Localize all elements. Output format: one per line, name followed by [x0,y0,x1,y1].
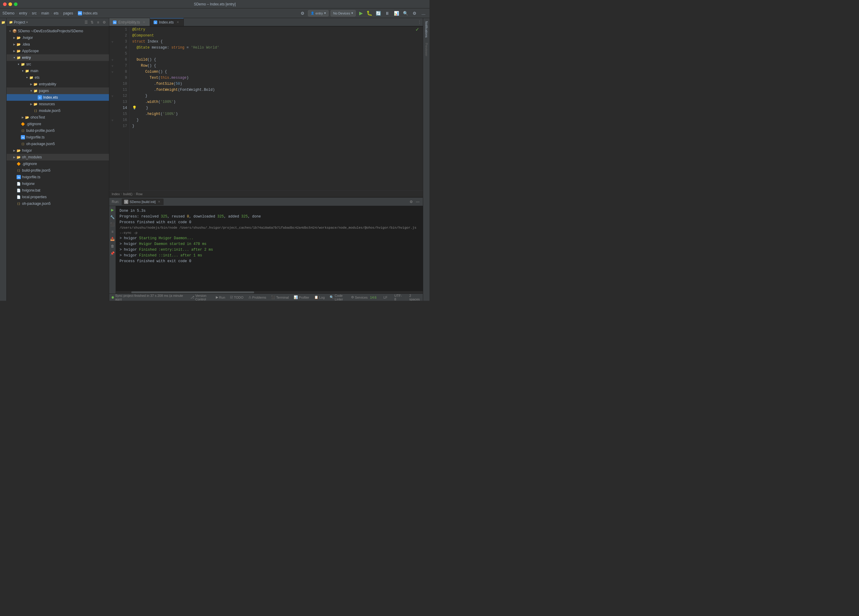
gutter-7[interactable]: ▿ [109,63,115,69]
breadcrumb-file[interactable]: ets Index.ets [78,11,98,16]
tree-item-idea[interactable]: ▶ 📂 .idea [7,41,109,48]
tree-item-buildprofile-entry[interactable]: { } build-profile.json5 [7,127,109,134]
pause-button[interactable]: ⏸ [384,9,391,17]
gutter-12[interactable]: ▿ [109,93,115,99]
run-label: Run: [112,200,119,204]
previewer-panel-icon[interactable]: Previewer [424,41,429,58]
run-tab-sdemo[interactable]: S SDemo [build init] ✕ [122,198,163,205]
minimize-button[interactable] [8,2,12,6]
close-button[interactable] [3,2,7,6]
breadcrumb-main[interactable]: main [41,11,49,16]
tree-item-entry[interactable]: ▾ 📁 entry [7,54,109,61]
maximize-button[interactable] [14,2,17,6]
debug-button[interactable]: 🐛 [366,10,373,17]
tree-item-hvigor2[interactable]: ▶ 📂 hvigor [7,147,109,154]
bottom-scrollbar[interactable] [116,291,423,293]
tab-indexets[interactable]: e Index.ets ✕ [150,18,184,26]
bc-row[interactable]: Row [136,192,142,196]
gutter-16[interactable]: ▿ [109,117,115,123]
profile-button[interactable]: 📊 [393,9,400,17]
run-wrench-icon[interactable]: 🔧 [110,215,115,220]
tree-item-modulejson[interactable]: { } module.json5 [7,108,109,114]
status-tab-problems[interactable]: ⚠ Problems [247,294,267,301]
tree-item-src[interactable]: ▾ 📁 src [7,61,109,67]
run-list-icon[interactable]: ≡ [110,229,115,234]
tree-item-gitignore-root[interactable]: 🔶 .gitignore [7,161,109,167]
breadcrumb-src[interactable]: src [32,11,36,16]
run-output[interactable]: Done in 5.3s Progress: resolved 325, reu… [116,206,423,291]
breadcrumb-ets[interactable]: ets [54,11,59,16]
tree-item-resources[interactable]: ▶ 📂 resources [7,101,109,108]
tree-item-appscope[interactable]: ▶ 📂 AppScope [7,48,109,54]
tree-item-indexets[interactable]: e Index.ets [7,94,109,101]
more-icon[interactable]: … [420,9,427,17]
gutter-11 [109,87,115,93]
gutter-6[interactable]: ▿ [109,57,115,63]
status-tab-services[interactable]: ⚙ Services [350,294,369,301]
tree-item-ohostest[interactable]: ▶ 📂 ohosTest [7,114,109,121]
tree-item-ohpackage-entry[interactable]: { } oh-package.json5 [7,140,109,147]
status-tab-terminal[interactable]: ⬛ Terminal [270,294,290,301]
tree-item-ohpackage-root[interactable]: { } oh-package.json5 [7,200,109,207]
status-tab-profiler[interactable]: 📊 Profiler [292,294,311,301]
gutter-14 [109,105,115,111]
run-share-icon[interactable]: 📤 [110,236,115,242]
bc-build[interactable]: build() [123,192,133,196]
code-content[interactable]: ✓ @Entry @Component struct Index { @Stat… [130,27,423,190]
tree-item-hvigor[interactable]: ▶ 📂 .hvigor [7,34,109,41]
tree-item-hvigorfile-entry[interactable]: TS hvigorfile.ts [7,134,109,140]
sidebar-project-icon[interactable]: 📁 [0,19,6,25]
breadcrumb-entry[interactable]: entry [19,11,27,16]
tree-item-ohmodules[interactable]: ▶ 📂 oh_modules [7,154,109,161]
run-minimize-icon[interactable]: — [415,199,420,204]
device-selector[interactable]: No Devices ▾ [331,10,356,17]
run-trash-icon[interactable]: 🗑 [110,243,115,249]
project-chevron[interactable]: ▾ [26,20,28,24]
sort-icon[interactable]: ⇅ [90,20,94,25]
gutter-3[interactable]: ▿ [109,39,115,45]
tree-item-main[interactable]: ▾ 📁 main [7,67,109,74]
run-pin-icon[interactable]: 📌 [110,251,115,256]
config-icon[interactable]: ⚙ [411,9,418,17]
sync-button[interactable]: 🔄 [375,9,382,17]
output-line-7: Process finished with exit code 0 [120,259,419,264]
run-play-icon[interactable]: ▶ [110,207,115,213]
run-settings-icon[interactable]: ⚙ [408,199,414,204]
services-icon: ⚙ [351,295,354,299]
status-tab-todo[interactable]: ☑ TODO [229,294,245,301]
settings-icon[interactable]: ⚙ [299,9,306,17]
status-tab-run[interactable]: ▶ Run [215,294,226,301]
tree-item-hvigorfile-root[interactable]: TS hvigorfile.ts [7,174,109,180]
run-stop-icon[interactable]: ⬛ [110,222,115,227]
entry-selector[interactable]: 👤 entry ▾ [308,10,328,17]
tab-close-entryability[interactable]: ✕ [142,20,146,25]
tree-item-pages[interactable]: ▾ 📁 pages [7,87,109,94]
tree-item-ets[interactable]: ▾ 📁 ets [7,74,109,81]
tree-item-hvigorwbat[interactable]: 📄 hvigorw.bat [7,187,109,194]
run-button[interactable]: ▶ [358,10,364,17]
arrow-entry: ▾ [12,56,16,59]
tab-entryability[interactable]: TS EntryAbility.ts ✕ [109,18,150,26]
settings-project-icon[interactable]: ⚙ [102,20,106,25]
status-tab-vc[interactable]: ⎇ Version Control [189,294,212,301]
tree-item-root[interactable]: ▾ 📦 SDemo ~/DevEcoStudioProjects/SDemo [7,28,109,34]
gutter-8[interactable]: ▿ [109,69,115,75]
tree-item-entryability[interactable]: ▶ 📂 entryability [7,81,109,87]
tab-more-button[interactable]: ⋮ [416,18,423,26]
collapse-all-icon[interactable]: ☰ [84,20,88,25]
tree-item-localprops[interactable]: 📄 local.properties [7,194,109,200]
tree-item-hvigorw[interactable]: 📄 hvigorw [7,180,109,187]
tree-item-buildprofile-root[interactable]: { } build-profile.json5 [7,167,109,174]
breadcrumb-sdemo[interactable]: SDemo [2,11,14,16]
run-tab-close[interactable]: ✕ [157,200,161,204]
bc-index[interactable]: Index [112,192,120,196]
tree-item-gitignore-entry[interactable]: 🔶 .gitignore [7,121,109,127]
breadcrumb-pages[interactable]: pages [63,11,73,16]
search-icon[interactable]: 🔍 [402,9,409,17]
status-tab-linter[interactable]: 🔍 Code Linter [328,294,347,301]
status-tab-log[interactable]: 📋 Log [313,294,326,301]
filter-icon[interactable]: ≡ [96,20,100,25]
tab-close-indexets[interactable]: ✕ [176,20,180,25]
folder-icon-src: 📁 [20,62,25,67]
notifications-panel-icon[interactable]: Notifications [424,19,429,39]
